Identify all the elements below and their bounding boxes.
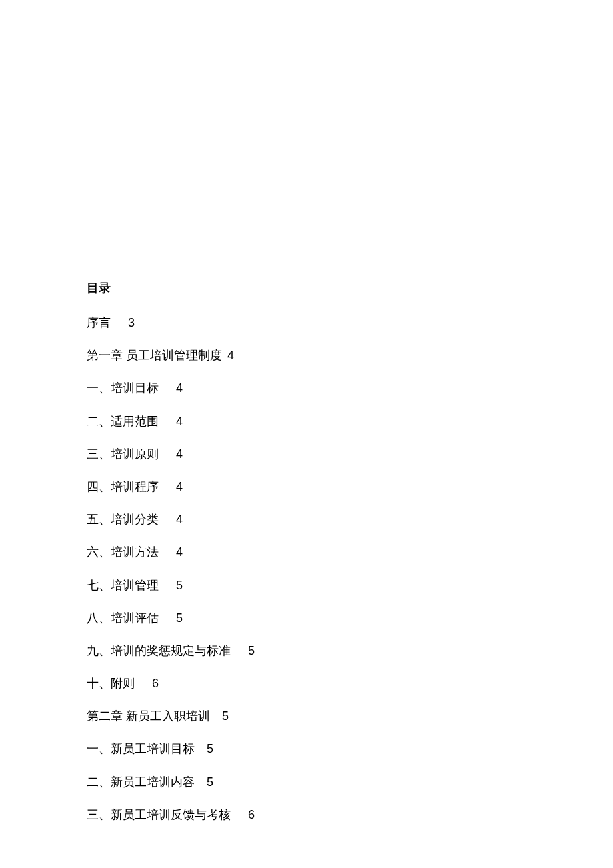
toc-entry-page: 4 bbox=[176, 545, 183, 559]
toc-entry: 九、培训的奖惩规定与标准5 bbox=[87, 643, 526, 659]
toc-entry-page: 4 bbox=[176, 447, 183, 461]
toc-entry-page: 6 bbox=[152, 677, 159, 690]
toc-entry: 三、新员工培训反馈与考核6 bbox=[87, 807, 526, 823]
toc-entry: 八、培训评估5 bbox=[87, 610, 526, 627]
toc-entry-label: 二、适用范围 bbox=[87, 415, 159, 428]
toc-entry: 二、适用范围4 bbox=[87, 413, 526, 430]
toc-entry-label: 第二章 新员工入职培训 bbox=[87, 709, 210, 723]
toc-entry-label: 七、培训管理 bbox=[87, 579, 159, 592]
toc-entry: 十、附则6 bbox=[87, 675, 526, 692]
toc-entry: 一、新员工培训目标5 bbox=[87, 741, 526, 757]
toc-entry-label: 四、培训程序 bbox=[87, 480, 159, 493]
document-page: 目录 序言3第一章 员工培训管理制度4一、培训目标4二、适用范围4三、培训原则4… bbox=[0, 0, 613, 868]
toc-entry-label: 一、培训目标 bbox=[87, 381, 159, 395]
toc-entry-page: 5 bbox=[222, 709, 229, 723]
toc-entry-page: 4 bbox=[176, 480, 183, 493]
toc-entry: 二、新员工培训内容5 bbox=[87, 774, 526, 791]
toc-entry-label: 序言 bbox=[87, 316, 111, 329]
toc-entry: 七、培训管理5 bbox=[87, 577, 526, 594]
toc-entry-page: 4 bbox=[176, 381, 183, 395]
toc-entry-label: 六、培训方法 bbox=[87, 545, 159, 559]
toc-entry: 五、培训分类4 bbox=[87, 511, 526, 528]
toc-entry-label: 五、培训分类 bbox=[87, 513, 159, 526]
toc-entry-page: 5 bbox=[176, 579, 183, 592]
toc-entry-page: 5 bbox=[207, 742, 213, 755]
toc-entry: 第一章 员工培训管理制度4 bbox=[87, 347, 526, 364]
toc-entry-page: 5 bbox=[176, 611, 183, 625]
toc-entry: 六、培训方法4 bbox=[87, 544, 526, 561]
toc-entry-label: 第一章 员工培训管理制度 bbox=[87, 349, 222, 362]
toc-entry-page: 4 bbox=[176, 415, 183, 428]
toc-entry-label: 三、培训原则 bbox=[87, 447, 159, 461]
toc-entry-page: 5 bbox=[248, 644, 255, 657]
toc-entry: 序言3 bbox=[87, 315, 526, 331]
toc-entry-label: 三、新员工培训反馈与考核 bbox=[87, 808, 231, 821]
toc-entry-label: 九、培训的奖惩规定与标准 bbox=[87, 644, 231, 657]
toc-entry-page: 4 bbox=[176, 513, 183, 526]
toc-entry-label: 二、新员工培训内容 bbox=[87, 775, 195, 789]
toc-entry-page: 6 bbox=[248, 808, 255, 821]
toc-entry: 四、培训程序4 bbox=[87, 479, 526, 495]
toc-entry: 三、培训原则4 bbox=[87, 446, 526, 463]
toc-list: 序言3第一章 员工培训管理制度4一、培训目标4二、适用范围4三、培训原则4四、培… bbox=[87, 315, 526, 823]
toc-entry-label: 八、培训评估 bbox=[87, 611, 159, 625]
toc-entry-page: 4 bbox=[227, 349, 234, 362]
toc-title: 目录 bbox=[87, 280, 526, 296]
toc-entry-label: 一、新员工培训目标 bbox=[87, 742, 195, 755]
toc-entry-page: 5 bbox=[207, 775, 213, 789]
toc-entry: 第二章 新员工入职培训5 bbox=[87, 708, 526, 725]
toc-entry-label: 十、附则 bbox=[87, 677, 135, 690]
toc-entry: 一、培训目标4 bbox=[87, 380, 526, 397]
toc-entry-page: 3 bbox=[128, 316, 135, 329]
